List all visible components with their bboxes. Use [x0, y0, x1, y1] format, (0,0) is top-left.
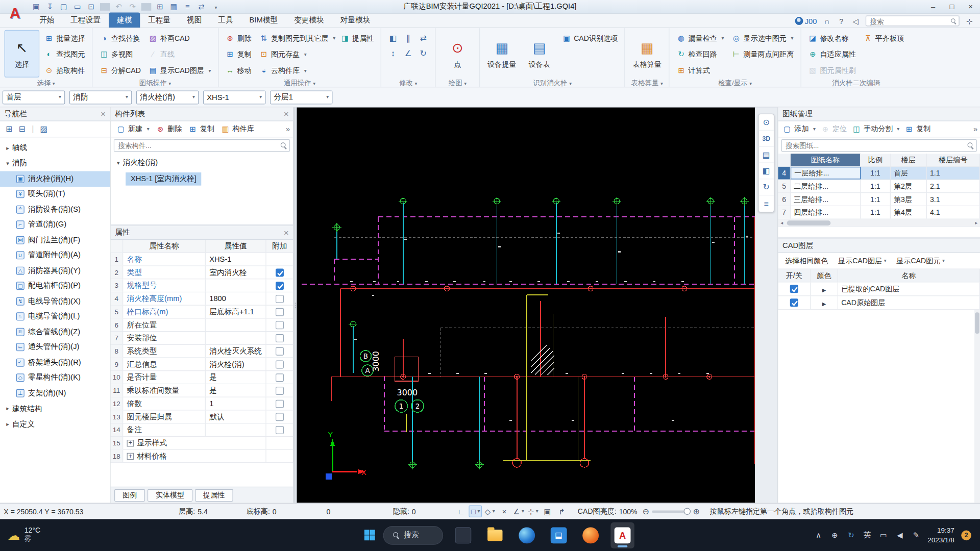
group-label-common-ops[interactable]: 通用操作 [223, 78, 377, 87]
attach-checkbox[interactable] [276, 347, 284, 355]
tab-solid-model[interactable]: 实体模型 [148, 489, 192, 501]
tab-bim-model[interactable]: BIM模型 [241, 12, 286, 27]
cad-layer-row[interactable]: CAD原始图层 [778, 296, 980, 310]
nav-item-valve-flange[interactable]: ⋈阀门法兰(消)(F) [0, 233, 110, 248]
find-element-button[interactable]: ◐查找图元 [42, 46, 87, 63]
taskbar-clock[interactable]: 19:37 2023/1/8 [927, 526, 954, 544]
extract-property-button[interactable]: ◨提属性 [338, 30, 376, 46]
nav-item-pipe[interactable]: ⌐管道(消)(G) [0, 217, 110, 233]
tab-tools[interactable]: 工具 [210, 12, 241, 27]
point-button[interactable]: 点 [440, 30, 475, 78]
expand-color-icon[interactable] [822, 285, 826, 293]
save-icon[interactable]: ▣ [31, 2, 41, 11]
nav-item-cable-conduit[interactable]: ≈电缆导管(消)(L) [0, 309, 110, 324]
announcement-icon[interactable]: ◁ [851, 16, 860, 25]
component-item-selected[interactable]: XHS-1 [室内消火栓] [126, 172, 202, 186]
user-account[interactable]: J00 [795, 16, 817, 25]
copy-to-other-layer-button[interactable]: ⇅复制图元到其它层 [257, 30, 338, 46]
maximize-button[interactable]: □ [943, 0, 962, 13]
brightness-plus-icon[interactable]: ⊕ [693, 507, 700, 516]
multi-view-button[interactable]: ◫多视图 [97, 46, 143, 63]
scrollbar-thumb[interactable] [975, 312, 979, 334]
trim-icon[interactable]: ∠ [401, 45, 415, 61]
nav-item-support[interactable]: ⊥支架(消)(N) [0, 386, 110, 401]
property-row-expandable[interactable]: 15显示样式 [111, 437, 293, 450]
copy-sheet-button[interactable]: ⊞复制 [902, 122, 933, 136]
sheet-row[interactable]: 5二层给排... 1:1第2层 2.1 [778, 180, 980, 193]
taskbar-app-explorer[interactable] [483, 522, 507, 548]
export-icon[interactable]: ↧ [45, 2, 55, 11]
group-label-check-display[interactable]: 检查/显示 [674, 78, 796, 87]
locate-sheet-button[interactable]: ⊕定位 [819, 122, 849, 136]
property-row[interactable]: 8系统类型消火栓灭火系统 [111, 345, 293, 358]
table-tool-icon[interactable]: ▦ [169, 2, 179, 11]
line-button[interactable]: ∕直线 [146, 46, 214, 63]
attach-checkbox[interactable] [276, 360, 284, 368]
scroll-left-icon[interactable]: ◂ [778, 220, 786, 226]
nav-item-hydrant[interactable]: ▣消火栓(消)(H) [0, 171, 110, 187]
find-replace-button[interactable]: ◑查找替换 [97, 30, 143, 46]
view-orbit-button[interactable]: ⊙ [759, 114, 774, 131]
tab-view[interactable]: 视图 [179, 12, 210, 27]
nav-group-building-structure[interactable]: 建筑结构 [0, 401, 110, 417]
property-row[interactable]: 5栓口标高(m)层底标高+1.1 [111, 306, 293, 319]
sheet-search-input[interactable] [781, 139, 977, 152]
attach-checkbox[interactable] [276, 294, 284, 303]
network-icon[interactable]: ⊕ [830, 531, 839, 539]
element-save-button[interactable]: ⊡图元存盘 [257, 46, 377, 63]
global-search-input[interactable] [866, 16, 960, 27]
show-cad-layer-button[interactable]: ▤显示CAD图层 [146, 62, 214, 79]
nav-item-tray-joint[interactable]: ⌏桥架通头(消)(R) [0, 355, 110, 370]
copy-button[interactable]: ⊞复制 [223, 46, 254, 63]
property-row[interactable]: 3规格型号 [111, 279, 293, 292]
attach-checkbox[interactable] [276, 268, 284, 277]
attach-checkbox[interactable] [276, 399, 284, 408]
view-3d-button[interactable]: 3D [759, 131, 774, 147]
tray-expand-icon[interactable]: ∧ [814, 531, 823, 539]
property-row[interactable]: 12倍数1 [111, 397, 293, 411]
taskbar-app-glodon[interactable]: A [610, 522, 634, 548]
scroll-right-icon[interactable]: ▸ [972, 220, 980, 226]
headset-support-icon[interactable]: ∩ [822, 16, 831, 25]
cad-recognition-options-button[interactable]: ▣CAD识别选项 [559, 30, 620, 46]
align-slab-top-button[interactable]: ⊼平齐板顶 [861, 30, 906, 46]
align-icon[interactable]: ∥ [401, 30, 415, 46]
tab-project-settings[interactable]: 工程设置 [62, 12, 109, 27]
batch-tool-icon[interactable]: ⊞ [155, 2, 165, 11]
sync-icon[interactable]: ↻ [846, 531, 855, 539]
tab-compare-module[interactable]: 对量模块 [332, 12, 379, 27]
close-navigation-icon[interactable] [101, 109, 106, 118]
tab-extract-property[interactable]: 提属性 [195, 489, 233, 501]
snap-settings-icon[interactable]: ◇ [483, 506, 497, 517]
show-cad-layer-button[interactable]: 显示CAD图层 [835, 255, 890, 267]
show-cad-element-button[interactable]: 显示CAD图元 [893, 255, 948, 267]
swap-tool-icon[interactable]: ⇄ [196, 2, 206, 11]
cloud-component-library-button[interactable]: ◒云构件库 [257, 62, 377, 79]
nav-group-axis[interactable]: 轴线 [0, 140, 110, 156]
clipboard-icon[interactable]: ▣ [541, 506, 554, 517]
offset-icon[interactable]: ⇄ [415, 30, 430, 46]
delete-button[interactable]: ⊗删除 [223, 30, 254, 46]
attach-checkbox[interactable] [276, 334, 284, 342]
nav-item-distribution-box[interactable]: ▢配电箱柜(消)(P) [0, 279, 110, 294]
attach-checkbox[interactable] [276, 282, 284, 290]
component-select[interactable]: XHS-1 [203, 90, 265, 104]
component-library-button[interactable]: ▥构件库 [218, 122, 256, 136]
select-button[interactable]: 选择 [5, 30, 40, 78]
property-row[interactable]: 2类型室内消火栓 [111, 266, 293, 280]
taskbar-app-orange[interactable] [579, 522, 603, 548]
new-component-button[interactable]: ▢新建 [114, 122, 152, 136]
show-selected-elements-button[interactable]: ◎显示选中图元 [729, 30, 796, 46]
calc-expression-button[interactable]: ⊞计算式 [674, 62, 726, 79]
volume-icon[interactable]: ◀ [895, 531, 904, 539]
tab-legend[interactable]: 图例 [114, 489, 145, 501]
attach-checkbox[interactable] [276, 308, 284, 316]
device-icon[interactable]: ▭ [879, 531, 888, 539]
nav-group-fire[interactable]: 消防 [0, 156, 110, 171]
explode-cad-button[interactable]: ⊟分解CAD [97, 62, 143, 79]
group-label-modify[interactable]: 修改 [386, 78, 431, 87]
selection-mode-icon[interactable]: □ [469, 506, 482, 517]
help-icon[interactable]: ? [837, 16, 846, 25]
nav-item-joint-fitting[interactable]: ⌙通头管件(消)(J) [0, 340, 110, 355]
group-label-select[interactable]: 选择 [5, 78, 88, 87]
